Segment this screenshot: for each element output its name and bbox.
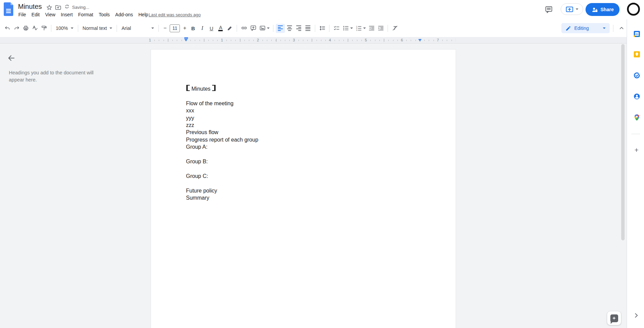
doc-line[interactable]: Group C:	[186, 172, 421, 180]
google-keep-icon	[633, 51, 640, 58]
highlight-color-button[interactable]	[225, 24, 234, 33]
doc-line[interactable]: Previous flow	[186, 129, 421, 136]
doc-line[interactable]: Group A:	[186, 143, 421, 150]
ruler-number: 3	[292, 38, 296, 42]
justify-button[interactable]	[303, 24, 312, 33]
account-avatar[interactable]	[627, 3, 640, 16]
doc-line[interactable]	[186, 92, 421, 99]
left-indent-marker[interactable]	[184, 39, 188, 41]
line-spacing-button[interactable]	[318, 24, 327, 33]
ruler-number: 1	[220, 38, 224, 42]
get-addons-button[interactable]: +	[632, 145, 641, 155]
menu-addons[interactable]: Add-ons	[113, 11, 136, 18]
align-right-button[interactable]	[294, 24, 303, 33]
hide-menus-button[interactable]	[617, 24, 626, 33]
google-tasks-button[interactable]	[632, 70, 642, 80]
saving-status[interactable]: Saving...	[64, 4, 89, 10]
share-button-label: Share	[600, 7, 614, 12]
menubar: File Edit View Insert Format Tools Add-o…	[16, 11, 151, 18]
first-line-indent-marker[interactable]	[184, 37, 188, 39]
checklist-button[interactable]	[332, 24, 341, 33]
document-content[interactable]: Minutes Flow of the meeting xxx yyy zzz …	[186, 85, 421, 201]
docs-logo-icon[interactable]	[4, 2, 13, 16]
present-to-meeting-button[interactable]	[561, 3, 583, 15]
back-arrow-icon	[7, 54, 15, 62]
ruler-number: 4	[328, 38, 332, 42]
doc-line[interactable]: zzz	[186, 122, 421, 129]
redo-button[interactable]	[12, 24, 21, 33]
side-panel: 31	[627, 19, 644, 328]
comment-history-button[interactable]	[543, 4, 555, 15]
google-contacts-button[interactable]	[632, 91, 642, 102]
paragraph-style-select[interactable]: Normal text	[81, 24, 115, 32]
ruler: 1 1 2 3 4 5 6 7	[0, 37, 627, 43]
decrease-indent-button[interactable]	[367, 24, 376, 33]
align-left-button[interactable]	[276, 24, 285, 33]
separator	[315, 25, 315, 32]
google-calendar-button[interactable]: 31	[632, 29, 642, 39]
side-panel-divider	[631, 134, 640, 134]
spelling-check-button[interactable]	[30, 24, 39, 33]
italic-button[interactable]: I	[198, 24, 207, 33]
doc-line[interactable]: Future policy	[186, 187, 421, 194]
right-indent-marker[interactable]	[418, 39, 422, 41]
editing-mode-select[interactable]: Editing	[561, 23, 610, 33]
google-maps-icon	[633, 114, 640, 121]
close-outline-button[interactable]	[6, 53, 16, 63]
add-comment-button[interactable]	[249, 24, 258, 33]
align-center-button[interactable]	[285, 24, 294, 33]
paint-format-button[interactable]	[39, 24, 49, 33]
font-size-input[interactable]: 11	[170, 24, 180, 32]
link-icon	[241, 25, 248, 32]
decrease-font-size-button[interactable]: −	[161, 24, 169, 32]
menu-view[interactable]: View	[43, 11, 58, 18]
zoom-select[interactable]: 100%	[54, 24, 75, 32]
numbered-list-button[interactable]: 1 2 3	[354, 24, 367, 33]
google-docs-app: Minutes Saving... File Edit View Insert	[0, 0, 644, 328]
lenticular-bracket-open	[186, 85, 190, 91]
doc-line[interactable]: xxx	[186, 107, 421, 114]
doc-line[interactable]: Summary	[186, 194, 421, 201]
document-title[interactable]: Minutes	[18, 3, 42, 11]
doc-line[interactable]: Progress report of each group	[186, 136, 421, 143]
last-edit-link[interactable]: Last edit was seconds ago	[149, 12, 201, 17]
menu-insert[interactable]: Insert	[58, 11, 75, 18]
menu-edit[interactable]: Edit	[29, 11, 43, 18]
doc-line[interactable]: Flow of the meeting	[186, 100, 421, 107]
doc-line[interactable]	[186, 165, 421, 172]
doc-line[interactable]	[186, 151, 421, 158]
increase-font-size-button[interactable]: +	[181, 24, 188, 32]
highlighter-icon	[226, 25, 233, 32]
menu-tools[interactable]: Tools	[96, 11, 113, 18]
print-button[interactable]	[21, 24, 30, 33]
styles-caret	[109, 28, 112, 29]
justify-icon	[305, 25, 310, 31]
present-dropdown-caret	[576, 8, 578, 10]
increase-indent-button[interactable]	[376, 24, 385, 33]
google-maps-button[interactable]	[632, 112, 642, 123]
explore-button[interactable]	[607, 311, 621, 325]
menu-format[interactable]: Format	[75, 11, 96, 18]
vertical-scrollbar[interactable]	[621, 44, 625, 240]
text-color-button[interactable]: A	[216, 24, 225, 33]
collapse-side-panel-button[interactable]	[631, 311, 641, 320]
google-keep-button[interactable]	[632, 49, 642, 59]
menu-file[interactable]: File	[16, 11, 29, 18]
undo-button[interactable]	[3, 24, 12, 33]
separator	[158, 25, 159, 32]
numbered-list-icon: 1 2 3	[355, 25, 362, 32]
doc-heading-line[interactable]: Minutes	[186, 85, 421, 92]
bulleted-list-button[interactable]	[341, 24, 354, 33]
insert-image-button[interactable]	[258, 24, 271, 33]
clear-formatting-icon	[392, 25, 399, 32]
clear-formatting-button[interactable]	[390, 24, 400, 33]
underline-button[interactable]: U	[207, 24, 216, 33]
share-button[interactable]: Share	[586, 3, 620, 16]
doc-line[interactable]: yyy	[186, 114, 421, 122]
insert-link-button[interactable]	[239, 24, 249, 33]
mode-caret	[603, 28, 606, 29]
doc-line[interactable]: Group B:	[186, 158, 421, 165]
font-select[interactable]: Arial	[119, 24, 156, 32]
bold-button[interactable]: B	[188, 24, 198, 33]
doc-line[interactable]	[186, 180, 421, 187]
